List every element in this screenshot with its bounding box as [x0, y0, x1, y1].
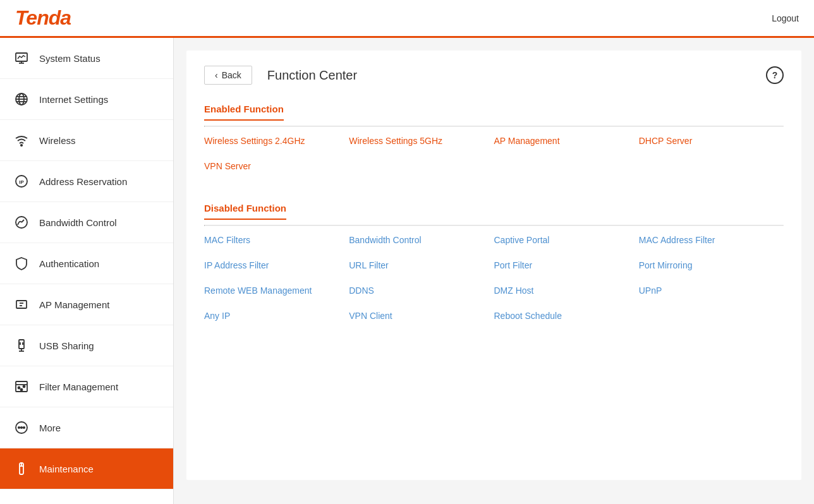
- sidebar-item-usb-sharing[interactable]: USB Sharing: [0, 325, 173, 366]
- sidebar-label-system-status: System Status: [39, 53, 100, 64]
- sidebar-item-address-reservation[interactable]: IP Address Reservation: [0, 161, 173, 202]
- sidebar-label-ap-management: AP Management: [39, 299, 109, 310]
- enabled-function-section: Enabled Function Wireless Settings 2.4GH…: [204, 104, 784, 185]
- sidebar-item-maintenance[interactable]: Maintenance: [0, 448, 173, 489]
- wifi-icon: [13, 131, 30, 149]
- ip-icon: IP: [13, 172, 30, 190]
- shield-icon: [13, 255, 30, 272]
- ap-icon: [13, 296, 30, 313]
- enabled-section-label: Enabled Function: [204, 104, 284, 121]
- header: Tenda Logout: [0, 0, 814, 38]
- sidebar-label-maintenance: Maintenance: [39, 464, 94, 474]
- sidebar-label-filter-management: Filter Management: [39, 381, 118, 392]
- sidebar-item-wireless[interactable]: Wireless: [0, 120, 173, 161]
- disabled-function-section: Disabled Function MAC FiltersBandwidth C…: [204, 203, 784, 335]
- sidebar-label-bandwidth-control: Bandwidth Control: [39, 217, 117, 228]
- disabled-function-item[interactable]: Port Mirroring: [639, 258, 784, 273]
- disabled-function-item[interactable]: DDNS: [349, 283, 494, 298]
- disabled-function-item[interactable]: Port Filter: [494, 258, 639, 273]
- page-header: ‹ Back Function Center ?: [204, 66, 784, 85]
- filter-icon: [13, 378, 30, 395]
- sidebar-item-filter-management[interactable]: Filter Management: [0, 366, 173, 407]
- disabled-function-item[interactable]: DMZ Host: [494, 283, 639, 298]
- svg-point-27: [21, 427, 22, 428]
- disabled-function-item[interactable]: Any IP: [204, 308, 349, 323]
- enabled-function-item[interactable]: VPN Server: [204, 159, 349, 174]
- disabled-function-item[interactable]: VPN Client: [349, 308, 494, 323]
- globe-icon: [13, 90, 30, 108]
- svg-point-22: [18, 387, 20, 389]
- sidebar-item-bandwidth-control[interactable]: Bandwidth Control: [0, 202, 173, 243]
- sidebar-label-wireless: Wireless: [39, 135, 76, 146]
- sidebar-item-internet-settings[interactable]: Internet Settings: [0, 79, 173, 120]
- disabled-function-item[interactable]: IP Address Filter: [204, 258, 349, 273]
- svg-rect-12: [16, 301, 27, 308]
- svg-point-24: [23, 386, 25, 388]
- sidebar-label-usb-sharing: USB Sharing: [39, 340, 94, 351]
- disabled-function-item[interactable]: Remote WEB Management: [204, 283, 349, 298]
- more-icon: [13, 419, 30, 436]
- sidebar-label-authentication: Authentication: [39, 258, 99, 269]
- disabled-function-item[interactable]: Bandwidth Control: [349, 232, 494, 248]
- page-title: Function Center: [267, 68, 357, 83]
- disabled-section-label: Disabled Function: [204, 203, 286, 220]
- disabled-function-grid: MAC FiltersBandwidth ControlCaptive Port…: [204, 226, 784, 335]
- enabled-function-item[interactable]: Wireless Settings 2.4GHz: [204, 133, 349, 148]
- enabled-function-item[interactable]: Wireless Settings 5GHz: [349, 133, 494, 148]
- back-button[interactable]: ‹ Back: [204, 66, 252, 85]
- disabled-function-item[interactable]: MAC Address Filter: [639, 232, 784, 248]
- disabled-function-item[interactable]: MAC Filters: [204, 232, 349, 248]
- svg-text:IP: IP: [19, 179, 24, 185]
- svg-point-8: [21, 145, 22, 146]
- sidebar: System Status Internet Settings: [0, 38, 174, 504]
- svg-point-26: [18, 427, 20, 428]
- sidebar-label-internet-settings: Internet Settings: [39, 94, 108, 105]
- help-icon[interactable]: ?: [766, 66, 784, 84]
- svg-point-23: [21, 389, 23, 391]
- back-chevron-icon: ‹: [215, 70, 218, 80]
- content-panel: ‹ Back Function Center ? Enabled Functio…: [186, 51, 801, 480]
- svg-point-28: [23, 427, 25, 428]
- enabled-function-item[interactable]: DHCP Server: [639, 133, 784, 148]
- back-label: Back: [222, 70, 241, 80]
- sidebar-item-system-status[interactable]: System Status: [0, 38, 173, 79]
- enabled-function-item[interactable]: AP Management: [494, 133, 639, 148]
- gauge-icon: [13, 213, 30, 231]
- logout-button[interactable]: Logout: [772, 13, 799, 23]
- page-header-left: ‹ Back Function Center: [204, 66, 357, 85]
- sidebar-item-more[interactable]: More: [0, 407, 173, 448]
- disabled-function-item[interactable]: URL Filter: [349, 258, 494, 273]
- main-content: ‹ Back Function Center ? Enabled Functio…: [174, 38, 814, 504]
- disabled-function-item[interactable]: Captive Portal: [494, 232, 639, 248]
- sidebar-label-address-reservation: Address Reservation: [39, 176, 127, 187]
- sidebar-item-authentication[interactable]: Authentication: [0, 243, 173, 284]
- logo: Tenda: [15, 6, 71, 30]
- disabled-function-item[interactable]: Reboot Schedule: [494, 308, 639, 323]
- sidebar-item-ap-management[interactable]: AP Management: [0, 284, 173, 325]
- sidebar-label-more: More: [39, 423, 61, 433]
- usb-icon: [13, 337, 30, 354]
- layout: System Status Internet Settings: [0, 38, 814, 504]
- wrench-icon: [13, 460, 30, 477]
- monitor-icon: [13, 49, 30, 67]
- enabled-function-grid: Wireless Settings 2.4GHzWireless Setting…: [204, 127, 784, 185]
- disabled-function-item[interactable]: UPnP: [639, 283, 784, 298]
